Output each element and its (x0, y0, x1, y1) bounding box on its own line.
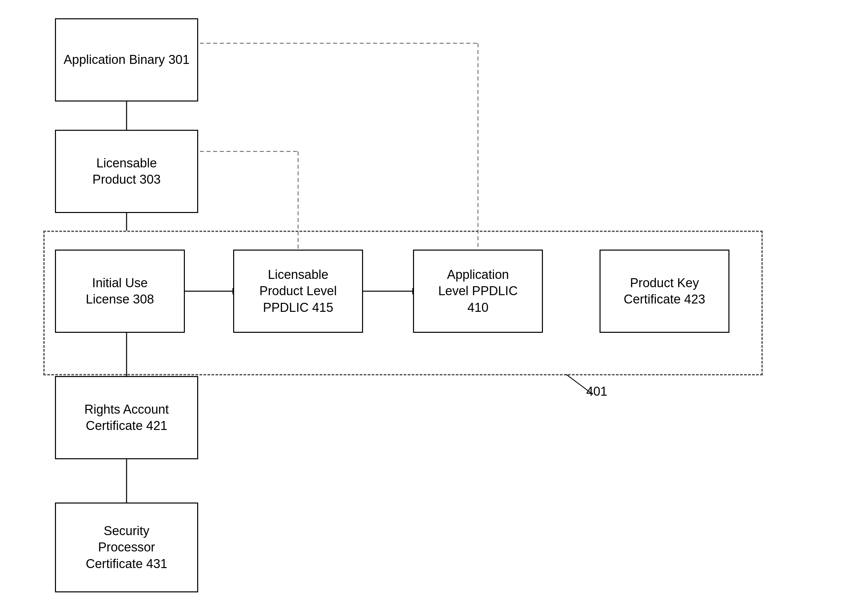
box-licensable-product-level: LicensableProduct LevelPPDLIC 415 (233, 249, 363, 333)
box-application-binary: Application Binary 301 (55, 18, 198, 101)
label-401-line (559, 373, 600, 399)
box-initial-use-license: Initial UseLicense 308 (55, 249, 185, 333)
box-licensable-product: LicensableProduct 303 (55, 130, 198, 213)
box-security-processor-certificate: SecurityProcessorCertificate 431 (55, 503, 198, 593)
box-rights-account-certificate: Rights AccountCertificate 421 (55, 376, 198, 459)
box-product-key-certificate: Product KeyCertificate 423 (600, 249, 730, 333)
box-application-level-ppdlic: ApplicationLevel PPDLIC410 (413, 249, 543, 333)
svg-line-12 (566, 374, 593, 395)
diagram: Application Binary 301 LicensableProduct… (0, 0, 846, 616)
